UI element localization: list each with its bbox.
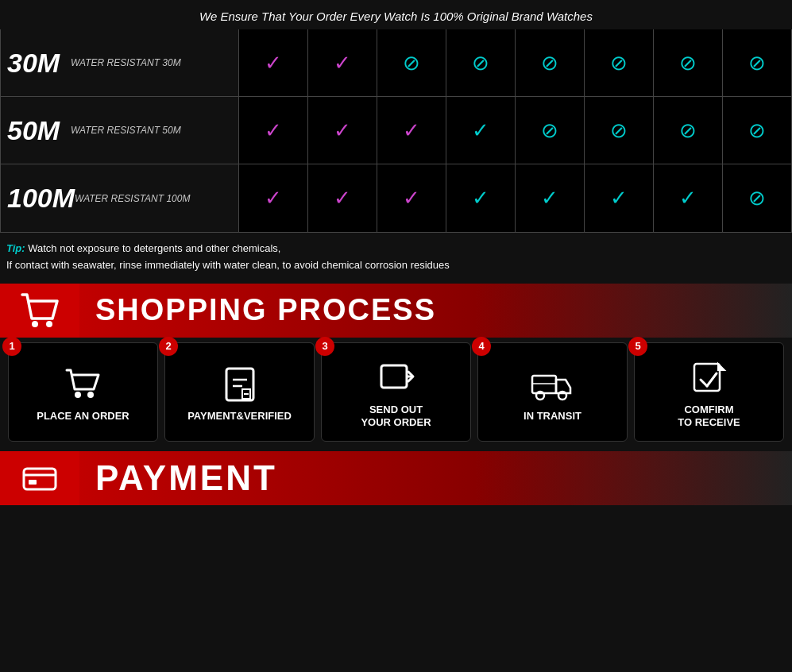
step-5-number: 5	[628, 337, 647, 356]
d50-sw: ⊘	[516, 97, 585, 164]
d50-sd: ⊘	[654, 97, 723, 164]
svg-line-59	[701, 380, 707, 386]
resistance-labels: 30M WATER RESISTANT 30M 50M WATER RESIST…	[1, 29, 239, 232]
svg-rect-46	[226, 369, 253, 400]
cart-icon	[19, 290, 60, 331]
data-row-50m: ✓ ✓ ✓ ✓ ⊘ ⊘ ⊘ ⊘	[239, 97, 791, 164]
step-4-icon	[531, 364, 574, 404]
shopping-process-title: SHOPPING PROCESS	[95, 293, 436, 327]
d100-sd: ✓	[654, 164, 723, 232]
svg-point-44	[75, 392, 81, 398]
data-row-100m: ✓ ✓ ✓ ✓ ✓ ✓ ✓ ⊘	[239, 164, 791, 232]
step-1-label: PLACE AN ORDER	[37, 410, 129, 423]
step-3-icon	[377, 357, 416, 397]
payment-title: PAYMENT	[95, 458, 277, 498]
svg-rect-61	[24, 469, 56, 489]
step-1: 1 PLACE AN ORDER	[8, 342, 158, 442]
step-5: 5 COMFIRMTO RECEIVE	[634, 342, 784, 442]
step-1-icon	[64, 364, 103, 404]
step-3-number: 3	[315, 337, 334, 356]
row-50m-label: 50M WATER RESISTANT 50M	[1, 97, 238, 164]
step-1-number: 1	[2, 337, 21, 356]
step-2-icon	[220, 364, 260, 404]
row-100m-label: 100M WATER RESISTANT 100M	[1, 164, 238, 232]
d30-sd: ⊘	[654, 29, 723, 96]
step-4-label: IN TRANSIT	[523, 410, 581, 423]
payment-banner: PAYMENT	[0, 451, 792, 505]
d30-r: ✓	[308, 29, 377, 96]
step-3: 3 SEND OUTYOUR ORDER	[321, 342, 471, 442]
svg-rect-52	[532, 376, 556, 393]
svg-line-60	[707, 373, 717, 386]
tip-line2: If contact with seawater, rinse immediat…	[6, 257, 786, 274]
svg-point-42	[32, 321, 38, 327]
tip-line1: Tip: Watch not exposure to detergents an…	[6, 241, 786, 257]
d30-wd: ✓	[239, 29, 308, 96]
step-4-number: 4	[472, 337, 491, 356]
d30-sw: ⊘	[516, 29, 585, 96]
tip-section: Tip: Watch not exposure to detergents an…	[0, 233, 792, 282]
svg-rect-63	[29, 480, 37, 485]
steps-container: 1 PLACE AN ORDER 2 PAYMENT&VERIFIED 3	[0, 338, 792, 447]
d100-sw: ✓	[516, 164, 585, 232]
step-4: 4 IN TRANSIT	[477, 342, 628, 442]
d100-dd: ⊘	[723, 164, 791, 232]
svg-point-43	[46, 321, 52, 327]
d100-cw: ✓	[377, 164, 446, 232]
d50-sh: ✓	[446, 97, 516, 164]
data-row-30m: ✓ ✓ ⊘ ⊘ ⊘ ⊘ ⊘ ⊘	[239, 29, 791, 97]
d30-cw: ⊘	[377, 29, 446, 96]
d30-dd: ⊘	[723, 29, 791, 96]
step-2-number: 2	[159, 337, 178, 356]
step-5-label: COMFIRMTO RECEIVE	[678, 404, 740, 431]
payment-icon	[19, 458, 60, 499]
d50-pu: ⊘	[585, 97, 654, 164]
payment-icon-box	[0, 451, 79, 505]
shopping-process-banner: SHOPPING PROCESS	[0, 284, 792, 338]
d100-wd: ✓	[239, 164, 308, 232]
step-5-icon	[690, 357, 729, 397]
banner-icon-box	[0, 284, 79, 338]
step-2-label: PAYMENT&VERIFIED	[187, 410, 292, 423]
step-2: 2 PAYMENT&VERIFIED	[164, 342, 315, 442]
header-text: We Ensure That Your Order Every Watch Is…	[0, 0, 792, 29]
d50-r: ✓	[308, 97, 377, 164]
d30-sh: ⊘	[446, 29, 516, 96]
resistance-data-section: 30M WATER RESISTANT 30M 50M WATER RESIST…	[0, 29, 792, 233]
d50-dd: ⊘	[723, 97, 791, 164]
svg-rect-50	[381, 365, 407, 388]
d100-sh: ✓	[446, 164, 516, 232]
d30-pu: ⊘	[585, 29, 654, 96]
d100-pu: ✓	[585, 164, 654, 232]
d50-wd: ✓	[239, 97, 308, 164]
row-30m-label: 30M WATER RESISTANT 30M	[1, 29, 238, 97]
data-values: ✓ ✓ ⊘ ⊘ ⊘ ⊘ ⊘ ⊘ ✓ ✓ ✓ ✓ ⊘ ⊘ ⊘ ⊘ ✓ ✓ ✓ ✓ …	[239, 29, 791, 232]
d50-cw: ✓	[377, 97, 446, 164]
step-3-label: SEND OUTYOUR ORDER	[361, 404, 431, 431]
svg-point-45	[87, 392, 94, 398]
d100-r: ✓	[308, 164, 377, 232]
